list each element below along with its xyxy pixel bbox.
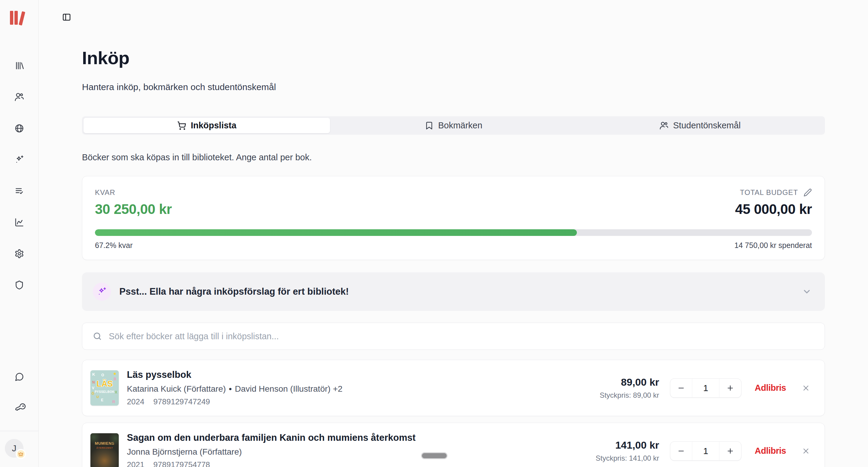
total-budget-label: TOTAL BUDGET: [740, 188, 798, 197]
book-year: 2024: [127, 397, 144, 406]
book-byline: Katarina Kuick (Författare)•David Henson…: [127, 384, 342, 394]
tab-inkopslista[interactable]: Inköpslista: [84, 118, 330, 133]
library-icon[interactable]: [14, 61, 24, 70]
sidebar: J: [0, 0, 38, 467]
user-avatar[interactable]: J: [5, 439, 24, 458]
remaining-value: 30 250,00 kr: [95, 201, 172, 217]
page-title: Inköp: [82, 48, 130, 68]
globe-icon[interactable]: [14, 124, 24, 133]
assistant-message: Psst... Ella har några inköpsförslag för…: [119, 286, 349, 297]
list-description: Böcker som ska köpas in till biblioteket…: [82, 152, 312, 162]
book-byline: Jonna Björnstjerna (Författare): [127, 447, 415, 457]
total-budget-value: 45 000,00 kr: [735, 201, 812, 217]
book-price: 89,00 kr: [600, 376, 659, 388]
chevron-down-icon[interactable]: [802, 287, 812, 297]
remove-book-button[interactable]: [802, 384, 810, 392]
plus-icon: [726, 447, 734, 455]
tab-studentonskemal[interactable]: Studentönskemål: [577, 118, 824, 133]
assistant-suggestions-banner[interactable]: Psst... Ella har några inköpsförslag för…: [82, 272, 825, 311]
tab-bokmarken[interactable]: Bokmärken: [330, 118, 577, 133]
decrease-quantity-button[interactable]: [670, 442, 692, 460]
book-title: Läs pysselbok: [127, 369, 342, 380]
book-meta: 20219789179754778: [127, 460, 415, 467]
quantity-stepper: 1: [670, 441, 741, 461]
minus-icon: [677, 447, 685, 455]
quantity-value: 1: [692, 442, 719, 460]
remaining-label: KVAR: [95, 188, 172, 197]
horizontal-scrollbar-thumb[interactable]: [422, 453, 447, 458]
sidebar-toggle-button[interactable]: [62, 13, 71, 22]
ai-sparkles-icon: [93, 283, 111, 301]
book-isbn: 9789179754778: [153, 460, 210, 467]
students-icon: [659, 121, 669, 130]
plus-icon: [726, 384, 734, 392]
chat-bubble-icon[interactable]: [14, 372, 24, 382]
book-title: Sagan om den underbara familjen Kanin oc…: [127, 432, 415, 443]
users-icon[interactable]: [14, 92, 24, 102]
adlibris-logo[interactable]: Adlibris: [755, 383, 786, 393]
settings-gear-icon[interactable]: [14, 249, 24, 258]
edit-budget-pencil-icon[interactable]: [804, 188, 812, 197]
app-logo-books-icon[interactable]: [8, 10, 25, 26]
close-x-icon: [802, 384, 810, 392]
increase-quantity-button[interactable]: [719, 442, 741, 460]
spent-label: 14 750,00 kr spenderat: [735, 241, 812, 250]
unit-price: Styckpris: 89,00 kr: [600, 391, 659, 400]
list-check-icon[interactable]: [14, 186, 24, 196]
purchase-list-item: K O B N V Ö U E X R LÄS PYSSELBOK Läs py…: [82, 360, 825, 416]
decrease-quantity-button[interactable]: [670, 379, 692, 397]
book-price: 141,00 kr: [595, 439, 659, 451]
page-subtitle: Hantera inköp, bokmärken och studentönsk…: [82, 82, 276, 92]
search-icon: [93, 332, 102, 341]
book-meta: 20249789129747249: [127, 397, 342, 406]
tab-bar: Inköpslista Bokmärken Studentönskemål: [82, 116, 825, 135]
book-cover-las-pysselbok: K O B N V Ö U E X R LÄS PYSSELBOK: [90, 370, 119, 406]
adlibris-logo[interactable]: Adlibris: [755, 446, 786, 456]
book-isbn: 9789129747249: [153, 397, 210, 406]
sidebar-bottom-nav: [0, 372, 38, 413]
close-x-icon: [802, 447, 810, 455]
budget-card: KVAR 30 250,00 kr TOTAL BUDGET 45 000,00…: [82, 176, 825, 260]
cart-icon: [177, 121, 186, 130]
sidebar-divider: [0, 431, 38, 431]
percent-remaining-label: 67.2% kvar: [95, 241, 133, 250]
quantity-value: 1: [692, 379, 719, 397]
quantity-stepper: 1: [670, 378, 741, 398]
key-icon[interactable]: [14, 403, 24, 413]
budget-progress-bar: [95, 229, 812, 236]
budget-progress-fill: [95, 229, 577, 236]
unit-price: Styckpris: 141,00 kr: [595, 454, 659, 463]
purchase-list-item: MUMIENS ÅTERKOMST Sagan om den underbara…: [82, 423, 825, 467]
search-input[interactable]: [109, 332, 814, 341]
book-year: 2021: [127, 460, 144, 467]
increase-quantity-button[interactable]: [719, 379, 741, 397]
bookmark-icon: [425, 121, 434, 130]
sidebar-nav: [0, 61, 38, 290]
book-search: [82, 323, 825, 350]
minus-icon: [677, 384, 685, 392]
shield-icon[interactable]: [14, 280, 24, 290]
book-cover-mumiens-aterkomst: MUMIENS ÅTERKOMST: [90, 433, 119, 467]
chart-line-icon[interactable]: [14, 218, 24, 227]
sparkles-icon[interactable]: [14, 155, 24, 164]
remove-book-button[interactable]: [802, 447, 810, 455]
crown-badge-icon: [16, 449, 26, 459]
